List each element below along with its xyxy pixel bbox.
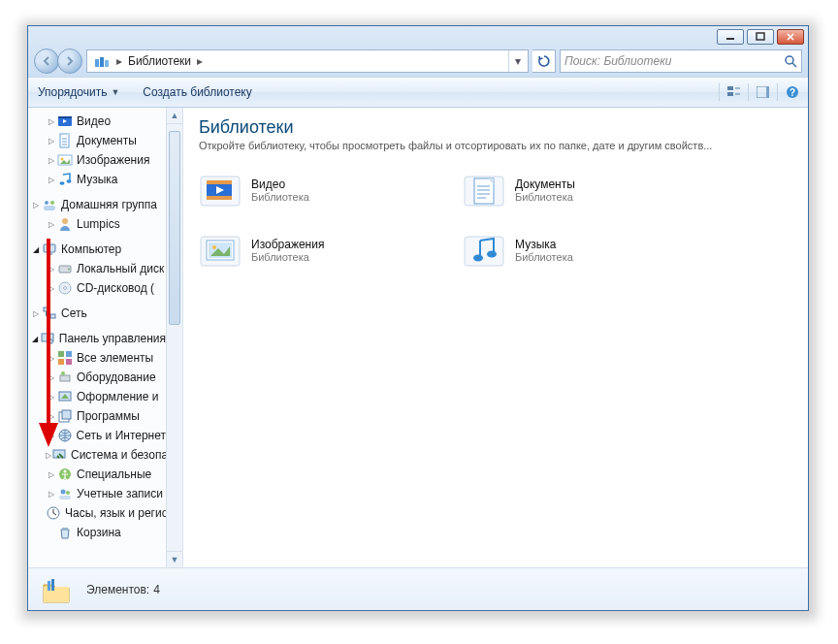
expand-icon[interactable]: ▷ [46,176,57,184]
svg-rect-41 [58,351,64,357]
expand-icon[interactable]: ▷ [46,373,57,382]
expand-icon[interactable]: ▷ [30,309,42,318]
content-pane: Библиотеки Откройте библиотеку, чтобы пр… [183,108,808,567]
tree-node-cd[interactable]: ▷CD-дисковод ( [28,278,166,298]
tree-node-user[interactable]: ▷Lumpics [28,214,166,234]
back-button[interactable] [34,48,59,74]
tree-node-network[interactable]: ▷Сеть [28,304,166,323]
tree-node-video[interactable]: ▷Видео [28,112,166,131]
tree-node-image[interactable]: ▷Изображения [28,150,166,170]
create-library-label: Создать библиотеку [143,85,251,99]
tree-node-net-internet[interactable]: ▷Сеть и Интернет [28,426,166,445]
tree-node-cpanel-items[interactable]: ▷Все элементы [28,348,166,368]
programs-icon [57,408,73,424]
music-library-icon [463,229,505,272]
refresh-button[interactable] [532,49,556,73]
tree-node-computer[interactable]: ◢Компьютер [28,240,166,259]
tree-node-programs[interactable]: ▷Программы [28,406,166,426]
svg-rect-45 [60,375,70,381]
maximize-button[interactable] [747,29,774,45]
svg-rect-28 [44,206,55,210]
tree-label: Учетные записи [77,487,163,500]
tree-node-clock[interactable]: Часы, язык и регион [28,503,166,523]
command-bar: Упорядочить ▼ Создать библиотеку ? [28,77,808,108]
view-options-button[interactable] [719,83,740,101]
create-library-button[interactable]: Создать библиотеку [143,85,251,99]
breadcrumb-segment[interactable]: Библиотеки [124,54,195,68]
svg-point-27 [50,201,54,205]
chevron-right-icon: ▸ [195,54,205,68]
expand-icon[interactable]: ▷ [30,201,42,209]
tree-label: Сеть и Интернет [77,429,166,442]
close-button[interactable] [777,29,804,45]
forward-button[interactable] [57,48,82,74]
organize-menu[interactable]: Упорядочить ▼ [38,85,119,99]
svg-point-25 [67,179,72,183]
page-subheading: Откройте библиотеку, чтобы просмотреть ф… [199,140,792,151]
tree-node-homegroup[interactable]: ▷Домашняя группа [28,195,166,214]
tree-label: Оборудование [77,370,156,384]
preview-pane-button[interactable] [748,83,769,101]
network-icon [42,306,57,321]
expand-icon[interactable]: ▷ [46,470,57,479]
expand-icon[interactable]: ▷ [46,284,57,293]
collapse-icon[interactable]: ◢ [30,245,42,254]
svg-point-54 [61,490,66,495]
tree-node-hardware[interactable]: ▷Оборудование [28,368,166,387]
tree-node-hdd[interactable]: ▷Локальный диск [28,259,166,278]
tree-node-recycle[interactable]: Корзина [28,523,166,542]
tree-label: Сеть [61,306,87,320]
tree-label: Система и безопасность [71,448,166,462]
tree-label: Корзина [77,526,121,539]
search-input[interactable]: Поиск: Библиотеки [560,49,802,73]
minimize-button[interactable] [717,29,744,45]
tree-node-doc[interactable]: ▷Документы [28,131,166,150]
svg-rect-3 [100,57,104,67]
expand-icon[interactable]: ▷ [46,490,57,499]
expand-icon[interactable]: ▷ [46,412,57,421]
expand-icon[interactable]: ▷ [46,117,57,126]
explorer-window: ▸ Библиотеки ▸ ▾ Поиск: Библиотеки Упоря… [27,25,809,611]
expand-icon[interactable]: ▷ [46,137,57,145]
svg-point-78 [487,251,497,258]
system-icon [51,447,67,463]
scroll-thumb[interactable] [169,131,180,325]
help-button[interactable]: ? [777,83,798,101]
net-internet-icon [57,428,73,443]
expand-icon[interactable]: ▷ [46,220,57,229]
expand-icon[interactable]: ▷ [46,354,57,363]
sidebar-scrollbar[interactable]: ▲ ▼ [166,108,182,567]
library-item-image[interactable]: ИзображенияБиблиотека [199,229,451,272]
tree-node-cpanel[interactable]: ◢Панель управления [28,329,166,348]
library-item-video[interactable]: ВидеоБиблиотека [199,169,451,211]
breadcrumb[interactable]: ▸ Библиотеки ▸ ▾ [86,49,529,73]
breadcrumb-dropdown[interactable]: ▾ [508,50,526,72]
accounts-icon [57,486,73,501]
scroll-up-arrow[interactable]: ▲ [167,108,182,124]
expand-icon[interactable]: ▷ [46,156,57,165]
tree-node-system[interactable]: ▷Система и безопасность [28,445,166,465]
tree-node-accounts[interactable]: ▷Учетные записи [28,484,166,503]
music-icon [57,172,73,187]
tree-node-access[interactable]: ▷Специальные [28,465,166,484]
library-title: Изображения [251,238,324,251]
expand-icon[interactable]: ▷ [46,265,57,274]
svg-rect-30 [44,244,55,252]
library-item-music[interactable]: МузыкаБиблиотека [463,229,715,272]
library-item-doc[interactable]: ДокументыБиблиотека [463,169,715,211]
expand-icon[interactable]: ▷ [46,393,57,402]
homegroup-icon [42,197,57,212]
svg-point-5 [786,56,793,64]
svg-rect-36 [44,307,48,311]
scroll-down-arrow[interactable]: ▼ [167,551,182,567]
expand-icon[interactable]: ▷ [46,432,57,440]
hardware-icon [57,370,73,385]
collapse-icon[interactable]: ◢ [30,335,40,343]
access-icon [57,467,73,482]
search-icon [784,54,797,68]
video-library-icon [199,169,242,211]
tree-node-music[interactable]: ▷Музыка [28,170,166,189]
status-items-label: Элементов: [86,583,149,596]
tree-label: Оформление и [77,390,159,403]
tree-node-appearance[interactable]: ▷Оформление и [28,387,166,406]
